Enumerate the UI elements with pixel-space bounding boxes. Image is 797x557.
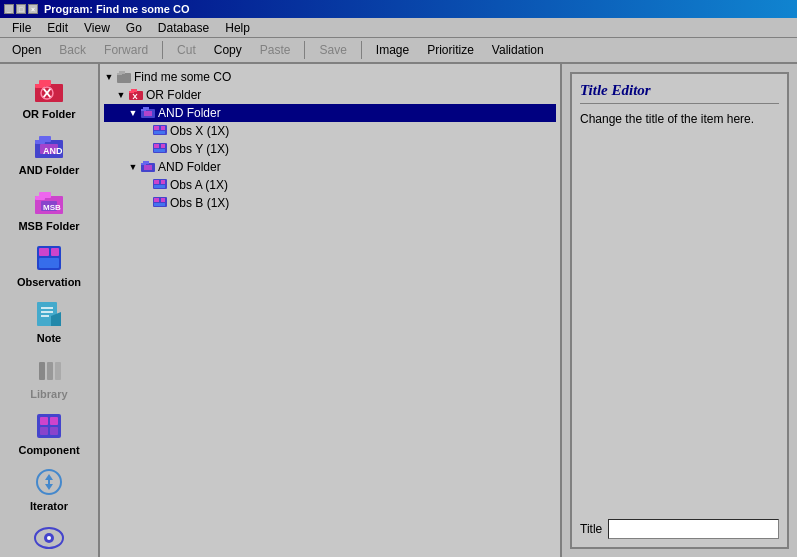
save-button[interactable]: Save xyxy=(311,41,354,59)
menu-go[interactable]: Go xyxy=(118,19,150,37)
sidebar-item-component[interactable]: Component xyxy=(9,408,89,458)
expand-obs-a xyxy=(140,180,150,190)
tree-node-obs-b[interactable]: Obs B (1X) xyxy=(104,194,556,212)
back-button[interactable]: Back xyxy=(51,41,94,59)
svg-point-37 xyxy=(47,536,51,540)
svg-rect-52 xyxy=(161,126,165,130)
toolbar: Open Back Forward Cut Copy Paste Save Im… xyxy=(0,38,797,64)
sidebar-item-observe[interactable]: Observe xyxy=(9,520,89,557)
tree-node-and-folder-1-label: AND Folder xyxy=(158,106,221,120)
paste-button[interactable]: Paste xyxy=(252,41,299,59)
and-folder-tree-icon-1 xyxy=(140,105,156,121)
menu-database[interactable]: Database xyxy=(150,19,217,37)
close-button[interactable]: × xyxy=(28,4,38,14)
tree-node-or-folder-label: OR Folder xyxy=(146,88,201,102)
note-icon xyxy=(33,298,65,330)
svg-rect-19 xyxy=(39,258,59,268)
expand-and-folder-1[interactable]: ▼ xyxy=(128,108,138,118)
svg-rect-2 xyxy=(39,80,51,86)
maximize-button[interactable]: □ xyxy=(16,4,26,14)
menu-view[interactable]: View xyxy=(76,19,118,37)
tree-panel[interactable]: ▼ Find me some CO ▼ xyxy=(100,64,562,557)
toolbar-separator-1 xyxy=(162,41,163,59)
svg-rect-64 xyxy=(161,180,165,184)
svg-rect-48 xyxy=(143,107,149,110)
tree-node-obs-a[interactable]: Obs A (1X) xyxy=(104,176,556,194)
sidebar-item-or-folder[interactable]: OR Folder xyxy=(9,72,89,122)
sidebar-item-library: Library xyxy=(9,352,89,402)
note-label: Note xyxy=(37,332,61,344)
sidebar-item-and-folder[interactable]: AND AND Folder xyxy=(9,128,89,178)
menu-help[interactable]: Help xyxy=(217,19,258,37)
expand-and-folder-2[interactable]: ▼ xyxy=(128,162,138,172)
prioritize-button[interactable]: Prioritize xyxy=(419,41,482,59)
main-content: OR Folder AND AND Folder xyxy=(0,64,797,557)
and-folder-icon: AND xyxy=(33,130,65,162)
svg-rect-60 xyxy=(143,161,149,164)
observe-icon xyxy=(33,522,65,554)
iterator-icon xyxy=(33,466,65,498)
library-icon xyxy=(33,354,65,386)
image-button[interactable]: Image xyxy=(368,41,417,59)
window-title: Program: Find me some CO xyxy=(44,3,189,15)
sidebar: OR Folder AND AND Folder xyxy=(0,64,100,557)
svg-rect-57 xyxy=(154,149,165,152)
minimize-button[interactable]: _ xyxy=(4,4,14,14)
svg-rect-27 xyxy=(55,362,61,380)
tree-node-obs-x[interactable]: Obs X (1X) xyxy=(104,122,556,140)
tree-node-obs-y[interactable]: Obs Y (1X) xyxy=(104,140,556,158)
open-button[interactable]: Open xyxy=(4,41,49,59)
title-input-row: Title xyxy=(580,519,779,539)
svg-rect-67 xyxy=(154,198,159,202)
svg-rect-56 xyxy=(161,144,165,148)
svg-rect-69 xyxy=(154,203,165,206)
tree-node-obs-a-label: Obs A (1X) xyxy=(170,178,228,192)
sidebar-item-note[interactable]: Note xyxy=(9,296,89,346)
tree-node-and-folder-1[interactable]: ▼ AND Folder xyxy=(104,104,556,122)
sidebar-item-msb-folder[interactable]: MSB MSB Folder xyxy=(9,184,89,234)
right-panel: Title Editor Change the title of the ite… xyxy=(562,64,797,557)
tree-node-and-folder-2[interactable]: ▼ AND Folder xyxy=(104,158,556,176)
obs-y-icon xyxy=(152,141,168,157)
svg-rect-51 xyxy=(154,126,159,130)
root-icon xyxy=(116,69,132,85)
expand-root[interactable]: ▼ xyxy=(104,72,114,82)
svg-text:AND: AND xyxy=(43,146,63,156)
menu-file[interactable]: File xyxy=(4,19,39,37)
obs-x-icon xyxy=(152,123,168,139)
observation-label: Observation xyxy=(17,276,81,288)
validation-button[interactable]: Validation xyxy=(484,41,552,59)
svg-rect-31 xyxy=(40,427,48,435)
toolbar-separator-2 xyxy=(304,41,305,59)
svg-rect-49 xyxy=(144,111,152,116)
svg-rect-26 xyxy=(47,362,53,380)
sidebar-item-observation[interactable]: Observation xyxy=(9,240,89,290)
expand-or-folder[interactable]: ▼ xyxy=(116,90,126,100)
obs-a-icon xyxy=(152,177,168,193)
component-label: Component xyxy=(18,444,79,456)
tree-node-and-folder-2-label: AND Folder xyxy=(158,160,221,174)
tree-node-or-folder[interactable]: ▼ OR Folder xyxy=(104,86,556,104)
title-bar: _ □ × Program: Find me some CO xyxy=(0,0,797,18)
or-folder-icon xyxy=(33,74,65,106)
toolbar-separator-3 xyxy=(361,41,362,59)
observation-icon xyxy=(33,242,65,274)
or-folder-tree-icon xyxy=(128,87,144,103)
msb-folder-icon: MSB xyxy=(33,186,65,218)
sidebar-item-iterator[interactable]: Iterator xyxy=(9,464,89,514)
title-field[interactable] xyxy=(608,519,779,539)
copy-button[interactable]: Copy xyxy=(206,41,250,59)
expand-obs-b xyxy=(140,198,150,208)
expand-obs-y xyxy=(140,144,150,154)
svg-rect-25 xyxy=(39,362,45,380)
cut-button[interactable]: Cut xyxy=(169,41,204,59)
title-field-label: Title xyxy=(580,522,602,536)
menu-edit[interactable]: Edit xyxy=(39,19,76,37)
svg-rect-30 xyxy=(50,417,58,425)
tree-node-obs-x-label: Obs X (1X) xyxy=(170,124,229,138)
svg-rect-17 xyxy=(39,248,49,256)
forward-button[interactable]: Forward xyxy=(96,41,156,59)
svg-rect-53 xyxy=(154,131,165,134)
tree-node-root[interactable]: ▼ Find me some CO xyxy=(104,68,556,86)
svg-rect-32 xyxy=(50,427,58,435)
